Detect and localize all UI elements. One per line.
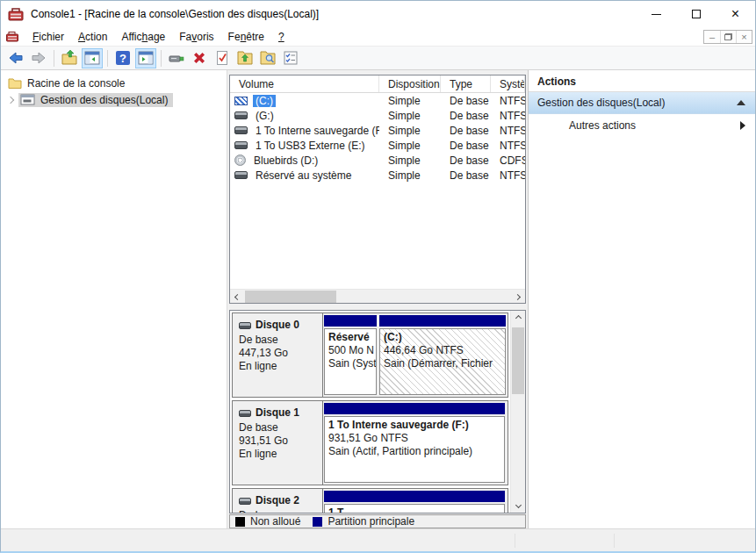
checklist-button[interactable] — [280, 48, 301, 68]
column-header-disposition[interactable]: Disposition — [379, 75, 441, 92]
actions-item-autres[interactable]: Autres actions — [529, 114, 756, 137]
cell-type: De base — [441, 140, 491, 152]
disk0-info[interactable]: Disque 0 De base 447,13 Go En ligne — [233, 313, 323, 397]
table-row[interactable]: Bluebirds (D:) Simple De base CDFS — [230, 153, 525, 168]
partition-reserve[interactable]: Réservé 500 Mo N Sain (Syst — [324, 315, 377, 395]
menu-fichier[interactable]: Fichier — [25, 28, 71, 46]
partition-color-bar — [324, 491, 505, 502]
disk2-info[interactable]: Disque 2 De base — [233, 489, 323, 513]
tree-item-racine[interactable]: Racine de la console — [1, 75, 227, 91]
child-close-button[interactable]: × — [736, 31, 752, 43]
cd-icon — [234, 154, 246, 166]
scroll-right-button[interactable] — [510, 290, 525, 304]
close-button[interactable]: × — [716, 1, 755, 27]
back-button[interactable] — [5, 48, 26, 68]
scrollbar-thumb[interactable] — [245, 291, 336, 303]
vertical-scrollbar[interactable] — [510, 311, 525, 513]
show-console-tree-button[interactable] — [82, 48, 103, 68]
cell-system: NTFS — [491, 110, 525, 122]
legend-label-primary: Partition principale — [328, 515, 414, 528]
window-title: Console1 - [Racine de la console\Gestion… — [31, 8, 319, 20]
actions-group-header[interactable]: Gestion des disques(Local) — [529, 92, 756, 114]
disk-type: De base — [239, 509, 322, 513]
partition-color-bar — [324, 403, 505, 414]
child-minimize-button[interactable]: – — [704, 31, 720, 43]
tree-selected-row: Gestion des disques(Local) — [18, 93, 173, 107]
partition-status: Sain (Syst — [328, 357, 372, 370]
chevron-down-icon — [515, 502, 521, 508]
volume-name: Réservé au système — [253, 169, 354, 182]
title-bar: Console1 - [Racine de la console\Gestion… — [1, 1, 755, 27]
show-action-pane-button[interactable] — [135, 48, 156, 68]
partition-size: 446,64 Go NTFS — [384, 344, 501, 357]
disk-icon — [239, 322, 251, 329]
help-button[interactable]: ? — [112, 48, 133, 68]
column-header-type[interactable]: Type — [441, 75, 491, 92]
chevron-right-icon[interactable] — [7, 96, 14, 103]
properties-button[interactable] — [212, 48, 233, 68]
toolbar: ? — [1, 47, 755, 70]
partition-e[interactable]: 1 T — [324, 491, 505, 513]
table-row[interactable]: Réservé au système Simple De base NTFS — [230, 168, 525, 183]
disk-status: En ligne — [239, 360, 322, 373]
volume-name-selected: (C:) — [253, 95, 276, 107]
menu-favoris[interactable]: Favoris — [172, 28, 220, 46]
folder-search-button[interactable] — [257, 48, 278, 68]
folder-search-icon — [259, 49, 277, 67]
disk-graphical-view: Disque 0 De base 447,13 Go En ligne Rése… — [229, 310, 526, 514]
disk-size: 447,13 Go — [239, 347, 322, 360]
partition-f[interactable]: 1 To Interne sauvegarde (F:) 931,51 Go N… — [324, 403, 505, 483]
device-scan-button[interactable] — [166, 48, 187, 68]
disk1-info[interactable]: Disque 1 De base 931,51 Go En ligne — [233, 401, 323, 485]
disk-icon — [239, 498, 251, 505]
scrollbar-thumb[interactable] — [512, 327, 524, 394]
column-header-systeme[interactable]: Systèm — [491, 75, 525, 92]
partition-color-bar — [379, 315, 506, 327]
disk-name: Disque 1 — [256, 406, 299, 420]
scroll-down-button[interactable] — [511, 498, 525, 513]
partition-title: 1 T — [328, 506, 500, 513]
toolbar-separator — [107, 50, 108, 67]
disk0-partitions: Réservé 500 Mo N Sain (Syst (C:) 446,64 … — [323, 313, 508, 397]
menu-action[interactable]: Action — [71, 28, 114, 46]
forward-button[interactable] — [28, 48, 49, 68]
console-tree-panel: Racine de la console Gestion des disques… — [1, 70, 227, 528]
volume-list-header: Volume Disposition Type Systèm — [230, 75, 525, 93]
minimize-icon — [652, 14, 661, 15]
up-one-level-button[interactable] — [59, 48, 80, 68]
column-header-volume[interactable]: Volume — [230, 75, 379, 92]
cell-type: De base — [441, 110, 491, 122]
menu-fenetre[interactable]: Fenêtre — [221, 28, 271, 46]
scroll-up-button[interactable] — [511, 311, 525, 326]
cell-type: De base — [441, 95, 491, 107]
child-restore-button[interactable] — [720, 31, 736, 43]
partition-size: 931,51 Go NTFS — [328, 432, 500, 445]
horizontal-scrollbar[interactable] — [230, 289, 525, 303]
table-row[interactable]: 1 To Interne sauvegarde (F:) Simple De b… — [230, 123, 525, 138]
table-row[interactable]: (C:) Simple De base NTFS — [230, 93, 525, 108]
scroll-left-button[interactable] — [230, 290, 245, 304]
table-row[interactable]: (G:) Simple De base NTFS — [230, 108, 525, 123]
menu-aide[interactable]: ? — [271, 28, 292, 46]
partition-status: Sain (Actif, Partition principale) — [328, 445, 500, 458]
collapse-icon[interactable] — [737, 100, 745, 105]
cell-disposition: Simple — [379, 169, 441, 182]
delete-button[interactable] — [189, 48, 210, 68]
expand-icon — [740, 121, 745, 130]
table-row[interactable]: 1 To USB3 Externe (E:) Simple De base NT… — [230, 138, 525, 153]
partition-title: (C:) — [384, 331, 501, 344]
volume-list: Volume Disposition Type Systèm (C:) Simp… — [229, 75, 526, 304]
folder-up-icon — [236, 49, 254, 67]
partition-c-selected[interactable]: (C:) 446,64 Go NTFS Sain (Démarrer, Fich… — [379, 315, 506, 395]
folder-up-button[interactable] — [234, 48, 256, 68]
center-panel: Volume Disposition Type Systèm (C:) Simp… — [227, 70, 528, 528]
tree-item-gestion-disques[interactable]: Gestion des disques(Local) — [1, 91, 227, 108]
volume-name: (G:) — [253, 110, 277, 122]
menu-affichage[interactable]: Affichage — [114, 28, 172, 46]
hatched-drive-icon — [234, 97, 248, 105]
minimize-button[interactable] — [637, 1, 676, 27]
actions-pane-title: Actions — [529, 70, 756, 92]
maximize-button[interactable] — [676, 1, 716, 27]
actions-pane: Actions Gestion des disques(Local) Autre… — [528, 70, 756, 528]
toolbar-separator — [161, 50, 162, 67]
